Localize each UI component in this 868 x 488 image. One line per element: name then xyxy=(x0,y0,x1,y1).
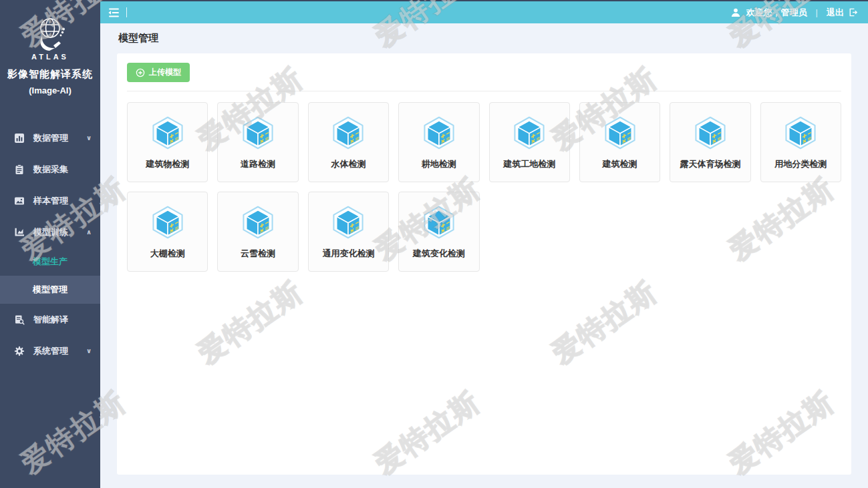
model-card[interactable]: 用地分类检测 xyxy=(760,102,841,182)
model-cube-icon xyxy=(241,206,275,239)
page-content: 模型管理 上传模型 建筑物检测 xyxy=(100,23,868,488)
model-card[interactable]: 大棚检测 xyxy=(127,192,208,272)
topbar-user-area: 欢迎您，管理员 | 退出 xyxy=(730,7,858,19)
atlas-globe-logo-icon: ATLAS xyxy=(24,13,76,61)
model-name: 通用变化检测 xyxy=(322,248,374,260)
model-name: 用地分类检测 xyxy=(774,158,827,170)
model-cube-icon xyxy=(331,206,366,239)
page-title: 模型管理 xyxy=(118,32,851,45)
upload-model-label: 上传模型 xyxy=(149,67,181,78)
sidebar-item-label: 样本管理 xyxy=(33,195,92,207)
chevron-up-icon: ∧ xyxy=(86,228,92,236)
sidebar: ATLAS 影像智能解译系统 (Image-AI) 数据管理∨数据采集样本管理模… xyxy=(0,0,100,488)
plus-circle-icon xyxy=(136,68,145,77)
model-card[interactable]: 建筑物检测 xyxy=(127,102,208,182)
model-cube-icon xyxy=(241,116,275,150)
model-name: 大棚检测 xyxy=(150,248,185,260)
model-name: 建筑物检测 xyxy=(146,158,189,170)
model-cube-icon xyxy=(783,116,818,150)
sidebar-item-label: 系统管理 xyxy=(33,345,86,357)
app-logo: ATLAS xyxy=(0,0,100,64)
user-avatar-icon xyxy=(730,7,741,18)
model-card-grid: 建筑物检测 道路检测 水体检测 耕地检测 建筑工地检测 xyxy=(127,102,841,272)
model-name: 水体检测 xyxy=(331,158,366,170)
toolbar: 上传模型 xyxy=(127,63,841,91)
sidebar-item-label: 数据管理 xyxy=(33,132,86,144)
sidebar-item-label: 数据采集 xyxy=(33,164,92,176)
chevron-down-icon: ∨ xyxy=(86,134,92,142)
sidebar-item-2[interactable]: 样本管理 xyxy=(0,185,100,216)
sidebar-subitem-3-0[interactable]: 模型生产 xyxy=(0,248,100,276)
model-card[interactable]: 露天体育场检测 xyxy=(670,102,750,182)
model-card[interactable]: 道路检测 xyxy=(217,102,298,182)
collapse-sidebar-icon[interactable] xyxy=(107,6,122,19)
model-cube-icon xyxy=(693,116,728,150)
topbar-separator: | xyxy=(816,7,818,17)
welcome-text: 欢迎您，管理员 xyxy=(746,7,807,19)
sidebar-item-5[interactable]: 系统管理∨ xyxy=(0,335,100,367)
model-cube-icon xyxy=(331,116,366,150)
model-cube-icon xyxy=(150,206,185,239)
model-card[interactable]: 建筑变化检测 xyxy=(398,192,479,272)
chevron-down-icon: ∨ xyxy=(86,347,92,354)
app-subtitle: (Image-AI) xyxy=(0,85,100,95)
sidebar-item-0[interactable]: 数据管理∨ xyxy=(0,122,100,154)
sidebar-item-1[interactable]: 数据采集 xyxy=(0,154,100,185)
sidebar-item-4[interactable]: 智能解译 xyxy=(0,304,100,335)
sidebar-item-label: 智能解译 xyxy=(33,314,92,326)
model-cube-icon xyxy=(150,116,185,150)
sidebar-menu: 数据管理∨数据采集样本管理模型训练∧模型生产模型管理智能解译系统管理∨ xyxy=(0,122,100,367)
model-card[interactable]: 建筑检测 xyxy=(579,102,660,182)
topbar: 欢迎您，管理员 | 退出 xyxy=(100,0,868,23)
picture-icon xyxy=(14,196,25,206)
clipboard-icon xyxy=(14,164,25,175)
model-name: 云雪检测 xyxy=(241,248,275,260)
bar-chart-icon xyxy=(14,133,25,144)
model-panel: 上传模型 建筑物检测 道路检测 水体检测 xyxy=(117,53,851,475)
model-name: 耕地检测 xyxy=(422,158,456,170)
logout-button[interactable]: 退出 xyxy=(827,7,858,19)
logout-label: 退出 xyxy=(827,7,844,19)
sidebar-subitem-3-1[interactable]: 模型管理 xyxy=(0,276,100,304)
sidebar-item-3[interactable]: 模型训练∧ xyxy=(0,216,100,248)
model-card[interactable]: 建筑工地检测 xyxy=(489,102,570,182)
model-cube-icon xyxy=(422,206,456,239)
upload-model-button[interactable]: 上传模型 xyxy=(127,63,190,82)
atlas-logo-text: ATLAS xyxy=(31,53,69,61)
model-card[interactable]: 通用变化检测 xyxy=(308,192,389,272)
app-title: 影像智能解译系统 xyxy=(0,68,100,81)
model-name: 建筑检测 xyxy=(603,158,637,170)
model-name: 露天体育场检测 xyxy=(680,158,740,170)
model-card[interactable]: 云雪检测 xyxy=(217,192,298,272)
model-name: 建筑工地检测 xyxy=(503,158,555,170)
area-chart-icon xyxy=(14,227,25,238)
logout-icon xyxy=(848,7,858,17)
topbar-divider xyxy=(126,7,127,17)
model-name: 道路检测 xyxy=(241,158,275,170)
model-cube-icon xyxy=(603,116,637,150)
model-name: 建筑变化检测 xyxy=(413,248,465,260)
model-cube-icon xyxy=(422,116,456,150)
app-window: ATLAS 影像智能解译系统 (Image-AI) 数据管理∨数据采集样本管理模… xyxy=(0,0,868,488)
sidebar-item-label: 模型训练 xyxy=(33,226,86,238)
model-card[interactable]: 耕地检测 xyxy=(398,102,479,182)
gear-icon xyxy=(14,346,25,356)
doc-search-icon xyxy=(14,314,25,325)
main-column: 欢迎您，管理员 | 退出 模型管理 xyxy=(100,0,868,488)
model-cube-icon xyxy=(512,116,547,150)
model-card[interactable]: 水体检测 xyxy=(308,102,389,182)
